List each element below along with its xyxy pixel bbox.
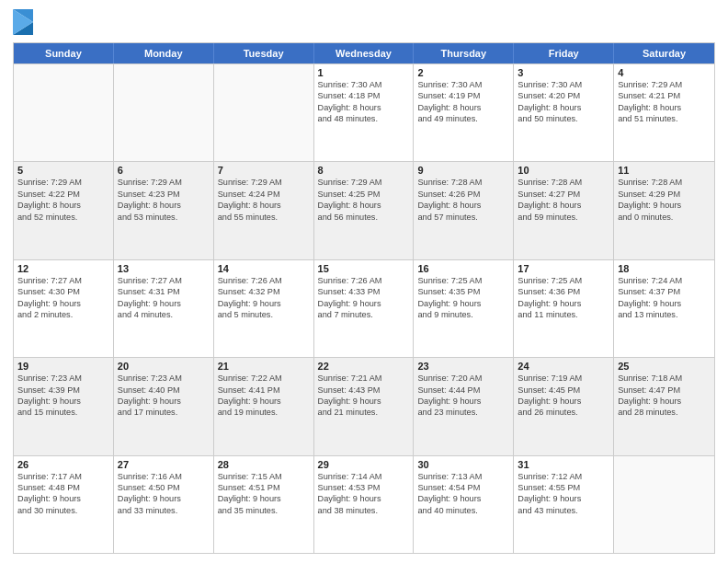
calendar-cell: 3Sunrise: 7:30 AM Sunset: 4:20 PM Daylig… [514, 64, 614, 161]
day-number: 31 [518, 459, 609, 470]
calendar-row: 5Sunrise: 7:29 AM Sunset: 4:22 PM Daylig… [14, 161, 714, 259]
day-number: 17 [518, 263, 609, 274]
calendar-body: 1Sunrise: 7:30 AM Sunset: 4:18 PM Daylig… [14, 63, 714, 553]
calendar-cell: 24Sunrise: 7:19 AM Sunset: 4:45 PM Dayli… [514, 358, 614, 454]
calendar-cell: 1Sunrise: 7:30 AM Sunset: 4:18 PM Daylig… [314, 64, 415, 161]
day-number: 29 [318, 459, 410, 470]
calendar-cell: 12Sunrise: 7:27 AM Sunset: 4:30 PM Dayli… [14, 260, 114, 357]
calendar-cell: 9Sunrise: 7:28 AM Sunset: 4:26 PM Daylig… [414, 162, 514, 259]
calendar-cell: 27Sunrise: 7:16 AM Sunset: 4:50 PM Dayli… [114, 456, 214, 553]
day-number: 24 [518, 361, 609, 372]
weekday-header: Thursday [414, 43, 514, 63]
calendar-cell: 6Sunrise: 7:29 AM Sunset: 4:23 PM Daylig… [114, 162, 214, 259]
day-number: 5 [17, 165, 109, 176]
day-number: 18 [618, 263, 711, 274]
day-number: 22 [318, 361, 410, 372]
cell-info: Sunrise: 7:20 AM Sunset: 4:44 PM Dayligh… [417, 373, 509, 419]
weekday-header: Friday [514, 43, 614, 63]
cell-info: Sunrise: 7:26 AM Sunset: 4:32 PM Dayligh… [218, 275, 310, 321]
day-number: 21 [218, 361, 310, 372]
weekday-header: Wednesday [314, 43, 415, 63]
cell-info: Sunrise: 7:28 AM Sunset: 4:29 PM Dayligh… [618, 177, 711, 223]
calendar-row: 26Sunrise: 7:17 AM Sunset: 4:48 PM Dayli… [14, 455, 714, 553]
cell-info: Sunrise: 7:29 AM Sunset: 4:22 PM Dayligh… [17, 177, 109, 223]
calendar-cell: 10Sunrise: 7:28 AM Sunset: 4:27 PM Dayli… [514, 162, 614, 259]
cell-info: Sunrise: 7:29 AM Sunset: 4:24 PM Dayligh… [218, 177, 310, 223]
calendar-row: 19Sunrise: 7:23 AM Sunset: 4:39 PM Dayli… [14, 357, 714, 454]
calendar-cell: 13Sunrise: 7:27 AM Sunset: 4:31 PM Dayli… [114, 260, 214, 357]
weekday-header: Monday [114, 43, 214, 63]
day-number: 11 [618, 165, 711, 176]
calendar-cell: 19Sunrise: 7:23 AM Sunset: 4:39 PM Dayli… [14, 358, 114, 454]
calendar: SundayMondayTuesdayWednesdayThursdayFrid… [13, 42, 715, 554]
calendar-cell: 22Sunrise: 7:21 AM Sunset: 4:43 PM Dayli… [314, 358, 415, 454]
day-number: 8 [318, 165, 410, 176]
day-number: 16 [417, 263, 509, 274]
day-number: 15 [318, 263, 410, 274]
day-number: 19 [17, 361, 109, 372]
calendar-cell: 29Sunrise: 7:14 AM Sunset: 4:53 PM Dayli… [314, 456, 415, 553]
day-number: 14 [218, 263, 310, 274]
cell-info: Sunrise: 7:27 AM Sunset: 4:30 PM Dayligh… [17, 275, 109, 321]
cell-info: Sunrise: 7:19 AM Sunset: 4:45 PM Dayligh… [518, 373, 609, 419]
cell-info: Sunrise: 7:30 AM Sunset: 4:19 PM Dayligh… [417, 79, 509, 125]
cell-info: Sunrise: 7:14 AM Sunset: 4:53 PM Dayligh… [318, 471, 410, 517]
calendar-cell [214, 64, 314, 161]
day-number: 7 [218, 165, 310, 176]
calendar-cell: 14Sunrise: 7:26 AM Sunset: 4:32 PM Dayli… [214, 260, 314, 357]
day-number: 4 [618, 67, 711, 78]
cell-info: Sunrise: 7:16 AM Sunset: 4:50 PM Dayligh… [118, 471, 210, 517]
calendar-cell: 31Sunrise: 7:12 AM Sunset: 4:55 PM Dayli… [514, 456, 614, 553]
calendar-row: 12Sunrise: 7:27 AM Sunset: 4:30 PM Dayli… [14, 259, 714, 357]
cell-info: Sunrise: 7:23 AM Sunset: 4:39 PM Dayligh… [17, 373, 109, 419]
calendar-cell: 15Sunrise: 7:26 AM Sunset: 4:33 PM Dayli… [314, 260, 415, 357]
calendar-cell: 8Sunrise: 7:29 AM Sunset: 4:25 PM Daylig… [314, 162, 415, 259]
cell-info: Sunrise: 7:28 AM Sunset: 4:27 PM Dayligh… [518, 177, 609, 223]
weekday-header: Sunday [14, 43, 114, 63]
calendar-cell: 25Sunrise: 7:18 AM Sunset: 4:47 PM Dayli… [614, 358, 714, 454]
day-number: 20 [118, 361, 210, 372]
header [13, 9, 715, 35]
cell-info: Sunrise: 7:23 AM Sunset: 4:40 PM Dayligh… [118, 373, 210, 419]
cell-info: Sunrise: 7:17 AM Sunset: 4:48 PM Dayligh… [17, 471, 109, 517]
calendar-cell: 20Sunrise: 7:23 AM Sunset: 4:40 PM Dayli… [114, 358, 214, 454]
day-number: 10 [518, 165, 609, 176]
calendar-cell: 5Sunrise: 7:29 AM Sunset: 4:22 PM Daylig… [14, 162, 114, 259]
cell-info: Sunrise: 7:13 AM Sunset: 4:54 PM Dayligh… [417, 471, 509, 517]
calendar-cell: 30Sunrise: 7:13 AM Sunset: 4:54 PM Dayli… [414, 456, 514, 553]
day-number: 6 [118, 165, 210, 176]
cell-info: Sunrise: 7:30 AM Sunset: 4:20 PM Dayligh… [518, 79, 609, 125]
calendar-cell [114, 64, 214, 161]
cell-info: Sunrise: 7:21 AM Sunset: 4:43 PM Dayligh… [318, 373, 410, 419]
cell-info: Sunrise: 7:29 AM Sunset: 4:25 PM Dayligh… [318, 177, 410, 223]
calendar-cell [614, 456, 714, 553]
calendar-cell: 2Sunrise: 7:30 AM Sunset: 4:19 PM Daylig… [414, 64, 514, 161]
day-number: 25 [618, 361, 711, 372]
calendar-cell: 26Sunrise: 7:17 AM Sunset: 4:48 PM Dayli… [14, 456, 114, 553]
calendar-cell: 11Sunrise: 7:28 AM Sunset: 4:29 PM Dayli… [614, 162, 714, 259]
day-number: 23 [417, 361, 509, 372]
calendar-cell: 16Sunrise: 7:25 AM Sunset: 4:35 PM Dayli… [414, 260, 514, 357]
cell-info: Sunrise: 7:18 AM Sunset: 4:47 PM Dayligh… [618, 373, 711, 419]
cell-info: Sunrise: 7:25 AM Sunset: 4:36 PM Dayligh… [518, 275, 609, 321]
day-number: 28 [218, 459, 310, 470]
calendar-cell: 23Sunrise: 7:20 AM Sunset: 4:44 PM Dayli… [414, 358, 514, 454]
cell-info: Sunrise: 7:30 AM Sunset: 4:18 PM Dayligh… [318, 79, 410, 125]
day-number: 27 [118, 459, 210, 470]
page: SundayMondayTuesdayWednesdayThursdayFrid… [0, 0, 728, 563]
logo-icon [13, 9, 33, 35]
calendar-cell: 4Sunrise: 7:29 AM Sunset: 4:21 PM Daylig… [614, 64, 714, 161]
day-number: 13 [118, 263, 210, 274]
calendar-cell: 17Sunrise: 7:25 AM Sunset: 4:36 PM Dayli… [514, 260, 614, 357]
cell-info: Sunrise: 7:25 AM Sunset: 4:35 PM Dayligh… [417, 275, 509, 321]
calendar-cell: 28Sunrise: 7:15 AM Sunset: 4:51 PM Dayli… [214, 456, 314, 553]
calendar-header: SundayMondayTuesdayWednesdayThursdayFrid… [14, 43, 714, 63]
logo [13, 9, 37, 35]
day-number: 9 [417, 165, 509, 176]
calendar-cell: 7Sunrise: 7:29 AM Sunset: 4:24 PM Daylig… [214, 162, 314, 259]
cell-info: Sunrise: 7:29 AM Sunset: 4:21 PM Dayligh… [618, 79, 711, 125]
day-number: 2 [417, 67, 509, 78]
cell-info: Sunrise: 7:29 AM Sunset: 4:23 PM Dayligh… [118, 177, 210, 223]
weekday-header: Tuesday [214, 43, 314, 63]
calendar-cell: 18Sunrise: 7:24 AM Sunset: 4:37 PM Dayli… [614, 260, 714, 357]
